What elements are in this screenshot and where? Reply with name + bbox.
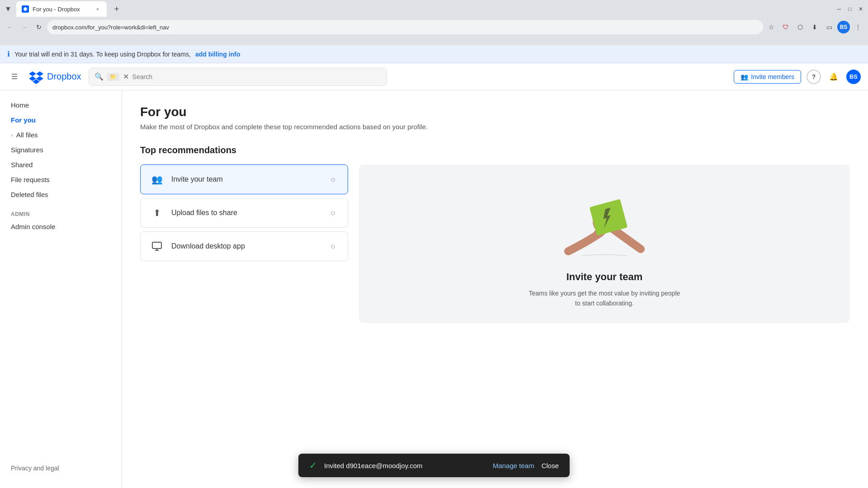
invite-team-icon: 👥 (150, 172, 164, 187)
rec-card-upload-files[interactable]: ⬆ Upload files to share ○ (140, 198, 348, 228)
rec-invite-team-label: Invite your team (171, 175, 321, 183)
banner-link[interactable]: add billing info (195, 51, 241, 58)
expand-icon: › (11, 132, 13, 138)
invite-members-btn[interactable]: 👥 Invite members (734, 70, 801, 84)
search-bar[interactable]: 🔍 📁 ✕ (89, 68, 387, 86)
tab-list: For you - Dropbox × (16, 1, 107, 17)
toast-message: Invited d901eace@moodjoy.com (324, 462, 486, 469)
logo-text: Dropbox (47, 71, 81, 82)
profile-avatar[interactable]: BS (837, 21, 850, 33)
toast-actions: Manage team Close (493, 462, 559, 469)
page-subtitle: Make the most of Dropbox and complete th… (140, 123, 850, 131)
download-btn[interactable]: ⬇ (808, 21, 821, 33)
tab-switcher-btn[interactable]: ▼ (4, 5, 13, 14)
rec-card-desktop-app[interactable]: Download desktop app ○ (140, 231, 348, 261)
main-content: For you Make the most of Dropbox and com… (122, 90, 868, 488)
sidebar-item-shared[interactable]: Shared (0, 157, 122, 172)
for-you-label: For you (11, 116, 36, 124)
recommendations-list: 👥 Invite your team ○ ⬆ Upload files to s… (140, 164, 348, 323)
rec-invite-team-check: ○ (328, 174, 339, 185)
rec-desktop-app-check: ○ (328, 241, 339, 252)
sidebar-item-signatures[interactable]: Signatures (0, 142, 122, 157)
rec-card-invite-team[interactable]: 👥 Invite your team ○ (140, 164, 348, 194)
tab-close-btn[interactable]: × (94, 5, 101, 13)
cast-btn[interactable]: ▭ (823, 21, 835, 33)
upload-files-icon: ⬆ (150, 206, 164, 220)
extensions-btn[interactable]: ⬡ (794, 21, 807, 33)
banner-icon: ℹ (7, 50, 10, 58)
sidebar-item-deleted-files[interactable]: Deleted files (0, 187, 122, 202)
app-container: ℹ Your trial will end in 31 days. To kee… (0, 45, 868, 488)
page-title: For you (140, 105, 850, 119)
active-tab[interactable]: For you - Dropbox × (16, 1, 107, 17)
topbar: ☰ Dropbox 🔍 📁 ✕ 👥 Invite members ? 🔔 BS (0, 63, 868, 90)
folder-icon: 📁 (110, 74, 117, 80)
notifications-btn[interactable]: 🔔 (826, 70, 841, 84)
admin-console-label: Admin console (11, 223, 55, 230)
desktop-app-icon (150, 239, 164, 253)
url-text: dropbox.com/for_you?role=work&di=left_na… (52, 24, 758, 31)
shield-btn[interactable]: 🛡 (779, 21, 792, 33)
admin-section-label: Admin (0, 209, 122, 219)
folder-badge: 📁 (107, 73, 119, 81)
topbar-right: 👥 Invite members ? 🔔 BS (734, 70, 861, 84)
hamburger-btn[interactable]: ☰ (7, 70, 22, 84)
tab-favicon (22, 5, 29, 13)
privacy-legal-link[interactable]: Privacy and legal (11, 463, 111, 474)
user-avatar[interactable]: BS (846, 70, 861, 84)
invite-btn-label: Invite members (751, 73, 794, 80)
back-btn[interactable]: ← (4, 21, 16, 33)
bookmark-btn[interactable]: ☆ (765, 21, 778, 33)
sidebar-item-file-requests[interactable]: File requests (0, 172, 122, 187)
admin-section: Admin Admin console (0, 209, 122, 234)
minimize-btn[interactable]: ─ (835, 5, 843, 13)
title-bar: ▼ For you - Dropbox × + ─ □ ✕ (0, 0, 868, 18)
help-btn[interactable]: ? (807, 70, 821, 84)
manage-team-btn[interactable]: Manage team (493, 462, 534, 469)
maximize-btn[interactable]: □ (846, 5, 854, 13)
shared-label: Shared (11, 161, 33, 169)
toast-close-btn[interactable]: Close (542, 462, 559, 469)
forward-btn[interactable]: → (18, 21, 31, 33)
url-bar[interactable]: dropbox.com/for_you?role=work&di=left_na… (47, 20, 763, 34)
right-panel: Invite your team Teams like yours get th… (359, 164, 850, 323)
sidebar-item-all-files[interactable]: › All files (0, 127, 122, 142)
browser-nav-row: ← → ↻ dropbox.com/for_you?role=work&di=l… (0, 18, 868, 36)
refresh-btn[interactable]: ↻ (33, 21, 45, 33)
home-label: Home (11, 101, 29, 109)
recommendations-layout: 👥 Invite your team ○ ⬆ Upload files to s… (140, 164, 850, 323)
sidebar-item-admin-console[interactable]: Admin console (0, 219, 122, 234)
sidebar-bottom: Privacy and legal (0, 455, 122, 481)
new-tab-btn[interactable]: + (110, 3, 123, 15)
toast-notification: ✓ Invited d901eace@moodjoy.com Manage te… (298, 454, 570, 477)
panel-illustration (559, 179, 650, 260)
menu-btn[interactable]: ⋮ (852, 21, 864, 33)
file-requests-label: File requests (11, 176, 50, 183)
signatures-label: Signatures (11, 146, 43, 154)
toast-check-icon: ✓ (309, 460, 317, 471)
close-btn[interactable]: ✕ (857, 5, 864, 13)
trial-banner: ℹ Your trial will end in 31 days. To kee… (0, 45, 868, 63)
search-clear-btn[interactable]: ✕ (123, 72, 129, 81)
window-controls: ─ □ ✕ (835, 5, 864, 13)
panel-title: Invite your team (566, 271, 643, 283)
search-input[interactable] (132, 73, 381, 80)
rec-upload-files-label: Upload files to share (171, 209, 321, 217)
search-icon: 🔍 (94, 72, 104, 81)
dropbox-logo-icon (29, 70, 43, 84)
section-title: Top recommendations (140, 145, 850, 155)
svg-rect-0 (152, 242, 161, 249)
banner-message: Your trial will end in 31 days. To keep … (14, 51, 191, 58)
main-layout: Home For you › All files Signatures Shar… (0, 90, 868, 488)
logo[interactable]: Dropbox (29, 70, 81, 84)
sidebar-item-home[interactable]: Home (0, 98, 122, 113)
address-bar-right: ☆ 🛡 ⬡ ⬇ ▭ BS ⋮ (765, 21, 864, 33)
invite-icon: 👥 (741, 73, 748, 80)
sidebar: Home For you › All files Signatures Shar… (0, 90, 122, 488)
panel-text: Teams like yours get the most value by i… (528, 288, 681, 309)
sidebar-item-for-you[interactable]: For you (0, 113, 122, 127)
tab-title: For you - Dropbox (33, 6, 80, 13)
sticky-note (590, 199, 627, 236)
rec-desktop-app-label: Download desktop app (171, 242, 321, 250)
deleted-files-label: Deleted files (11, 191, 48, 198)
